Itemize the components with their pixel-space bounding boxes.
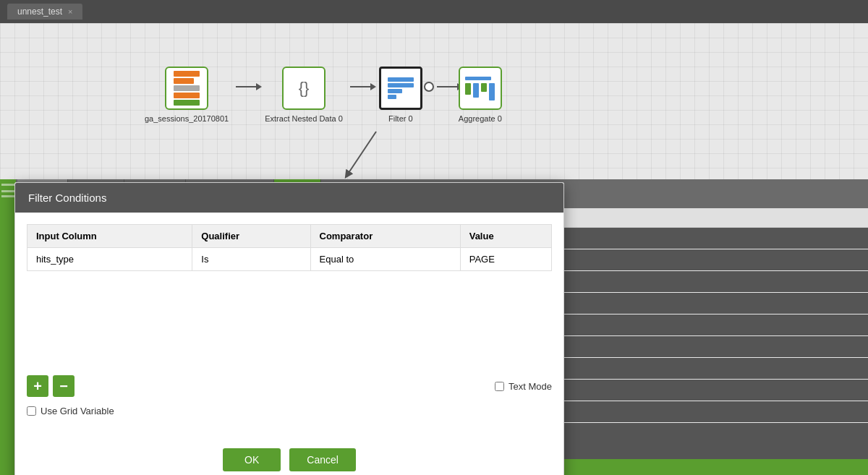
- modal-title: Filter Conditions: [28, 192, 106, 204]
- tab-label: unnest_test: [17, 7, 62, 17]
- filter-table: Input Column Qualifier Comparator Value …: [27, 224, 552, 271]
- cancel-button[interactable]: Cancel: [289, 448, 356, 471]
- node-aggregate[interactable]: Aggregate 0: [459, 67, 502, 123]
- filter-table-header-row: Input Column Qualifier Comparator Value: [27, 225, 552, 248]
- th-input-column: Input Column: [27, 225, 192, 248]
- th-value: Value: [460, 225, 551, 248]
- text-mode-label[interactable]: Text Mode: [495, 381, 552, 392]
- filter-table-head: Input Column Qualifier Comparator Value: [27, 225, 552, 248]
- th-comparator: Comparator: [310, 225, 460, 248]
- modal-header: Filter Conditions: [15, 183, 563, 213]
- tab-unnest-test[interactable]: unnest_test ×: [7, 4, 82, 20]
- node-label-aggregate: Aggregate 0: [459, 114, 502, 123]
- pipeline: ga_sessions_20170801 {} Extract Nested D…: [145, 67, 502, 123]
- left-sidebar: [0, 179, 16, 475]
- filter-table-row[interactable]: hits_type Is Equal to PAGE: [27, 248, 552, 271]
- th-qualifier: Qualifier: [192, 225, 310, 248]
- use-grid-variable-label: Use Grid Variable: [41, 406, 114, 416]
- node-icon-filter[interactable]: [379, 67, 422, 110]
- circle-connector: [424, 82, 434, 92]
- text-mode-checkbox[interactable]: [495, 382, 504, 391]
- filter-cell-comparator: Equal to: [310, 248, 460, 271]
- arrow-line-1: [236, 86, 258, 87]
- arrow-2: [343, 86, 379, 87]
- use-grid-variable-row: Use Grid Variable: [27, 406, 552, 416]
- aggregate-icon: [462, 74, 498, 103]
- filter-table-body: hits_type Is Equal to PAGE: [27, 248, 552, 271]
- filter-icon: [385, 74, 417, 102]
- add-condition-button[interactable]: +: [27, 375, 48, 397]
- arrow-line-2: [350, 86, 372, 87]
- arrow-1: [229, 86, 265, 87]
- node-ga-sessions[interactable]: ga_sessions_20170801: [145, 67, 229, 123]
- modal-actions: + − Text Mode: [27, 375, 552, 397]
- filter-cell-value: PAGE: [460, 248, 551, 271]
- filter-table-empty-area: [27, 283, 552, 369]
- arrow-line-3: [437, 86, 459, 87]
- remove-condition-button[interactable]: −: [53, 375, 75, 397]
- ok-button[interactable]: OK: [223, 448, 281, 471]
- tab-close-icon[interactable]: ×: [68, 7, 72, 16]
- svg-line-0: [347, 132, 376, 175]
- node-label-ga-sessions: ga_sessions_20170801: [145, 114, 229, 123]
- node-extract[interactable]: {} Extract Nested Data 0: [265, 67, 343, 123]
- title-bar: unnest_test ×: [0, 0, 868, 23]
- arrow-3: [422, 82, 459, 92]
- node-icon-ga-sessions[interactable]: [165, 67, 208, 110]
- canvas-area: ga_sessions_20170801 {} Extract Nested D…: [0, 23, 868, 179]
- modal-footer: OK Cancel: [15, 440, 563, 475]
- filter-cell-input-column: hits_type: [27, 248, 192, 271]
- node-icon-extract[interactable]: {}: [282, 67, 326, 110]
- filter-conditions-modal: Filter Conditions Input Column Qualifier…: [14, 182, 564, 475]
- use-grid-variable-checkbox[interactable]: [27, 406, 36, 416]
- extract-icon: {}: [299, 79, 310, 98]
- node-icon-aggregate[interactable]: [459, 67, 502, 110]
- filter-cell-qualifier: Is: [192, 248, 310, 271]
- node-label-filter: Filter 0: [388, 114, 413, 123]
- datasource-icon: [171, 68, 203, 108]
- node-label-extract: Extract Nested Data 0: [265, 114, 343, 123]
- node-filter[interactable]: Filter 0: [379, 67, 422, 123]
- modal-body: Input Column Qualifier Comparator Value …: [15, 213, 563, 440]
